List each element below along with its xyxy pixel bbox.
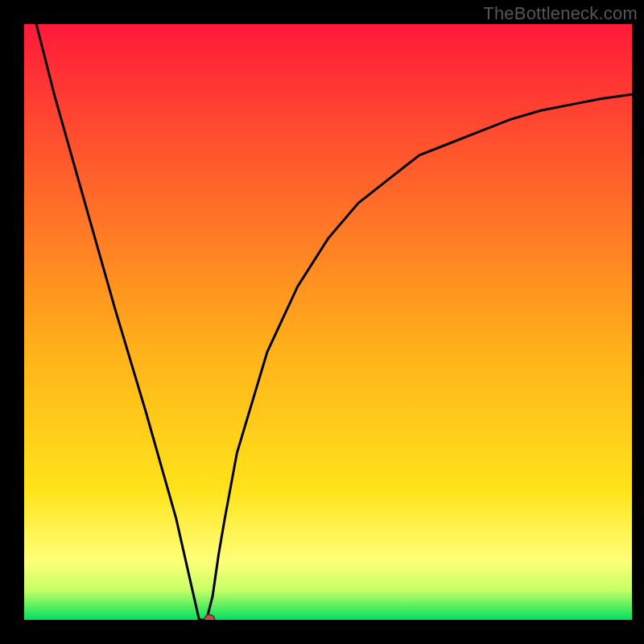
- gradient-background: [24, 24, 632, 620]
- chart-frame: TheBottleneck.com: [0, 0, 644, 644]
- bottleneck-plot: [24, 24, 632, 620]
- plot-svg: [24, 24, 632, 620]
- minimum-marker: [204, 615, 215, 621]
- watermark-text: TheBottleneck.com: [483, 3, 638, 24]
